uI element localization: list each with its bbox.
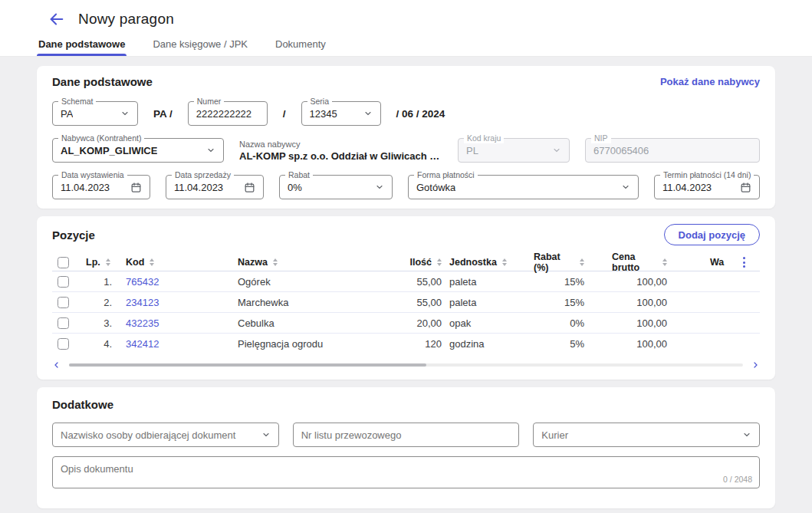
- column-header-nazwa[interactable]: Nazwa: [216, 257, 394, 268]
- character-counter: 0 / 2048: [723, 475, 752, 484]
- tab-bar: Dane podstawowe Dane księgowe / JPK Doku…: [0, 31, 812, 57]
- sort-icon: [437, 258, 442, 266]
- column-header-rabat[interactable]: Rabat (%): [534, 252, 612, 273]
- sort-icon: [273, 258, 278, 266]
- nip-input: NIP 6770065406: [585, 138, 760, 163]
- sort-icon: [150, 258, 154, 266]
- column-header-lp[interactable]: Lp.: [86, 257, 126, 268]
- column-header-kod[interactable]: Kod: [126, 257, 216, 268]
- cell-lp: 4.: [86, 338, 126, 350]
- cell-ilosc: 55,00: [394, 276, 449, 288]
- row-checkbox[interactable]: [58, 297, 69, 308]
- doc-number-prefix: PA /: [153, 108, 173, 120]
- chevron-down-icon: [359, 109, 373, 118]
- chevron-down-icon: [261, 430, 271, 439]
- column-header-cena-brutto[interactable]: Cena brutto: [612, 252, 710, 273]
- calendar-icon[interactable]: [126, 182, 142, 193]
- cell-cena: 100,00: [612, 338, 710, 350]
- recipient-select[interactable]: Nazwisko osoby odbierającej dokument: [52, 423, 279, 447]
- termin-platnosci-label: Termin płatności (14 dni): [660, 170, 754, 180]
- kod-kraju-select: Kod kraju PL: [458, 138, 570, 163]
- data-wystawienia-field[interactable]: Data wystawienia 11.04.2023: [52, 175, 150, 199]
- termin-platnosci-field[interactable]: Termin płatności (14 dni) 11.04.2023: [654, 175, 760, 199]
- nabywca-value: AL_KOMP_GLIWICE: [61, 145, 157, 156]
- row-checkbox[interactable]: [58, 338, 69, 350]
- cell-jednostka: paleta: [449, 276, 534, 288]
- data-sprzedazy-field[interactable]: Data sprzedaży 11.04.2023: [166, 175, 264, 199]
- nabywca-label: Nabywca (Kontrahent): [58, 133, 144, 143]
- column-header-jednostka[interactable]: Jednostka: [449, 257, 534, 268]
- cell-rabat: 15%: [534, 297, 612, 308]
- cell-nazwa: Cebulka: [216, 317, 394, 329]
- kod-link[interactable]: 234123: [126, 297, 159, 308]
- back-arrow-icon[interactable]: [48, 10, 66, 28]
- document-description-textarea[interactable]: [52, 456, 760, 488]
- numer-input[interactable]: Numer 2222222222: [188, 101, 268, 126]
- cell-cena: 100,00: [612, 297, 710, 308]
- chevron-down-icon: [742, 430, 751, 439]
- main-content: Dane podstawowe Pokaż dane nabywcy Schem…: [0, 57, 812, 513]
- kod-kraju-value: PL: [466, 145, 478, 156]
- chevron-down-icon: [202, 146, 215, 155]
- courier-select[interactable]: Kurier: [533, 423, 760, 447]
- cell-lp: 3.: [86, 317, 126, 329]
- row-checkbox[interactable]: [58, 317, 69, 329]
- cell-lp: 1.: [86, 276, 126, 288]
- nabywca-select[interactable]: Nabywca (Kontrahent) AL_KOMP_GLIWICE: [52, 138, 224, 163]
- kod-link[interactable]: 765432: [126, 276, 159, 288]
- add-position-button[interactable]: Dodaj pozycję: [664, 224, 760, 245]
- table-row: 1. 765432 Ogórek 55,00 paleta 15% 100,00: [52, 271, 760, 292]
- chevron-left-icon[interactable]: [52, 360, 61, 370]
- select-all-checkbox[interactable]: [58, 257, 69, 268]
- chevron-right-icon[interactable]: [751, 360, 760, 370]
- buyer-name-value: AL-KOMP sp.z o.o. Oddział w Gliwicach Hu…: [239, 150, 442, 162]
- cell-ilosc: 120: [394, 338, 449, 350]
- rabat-label: Rabat: [285, 170, 313, 180]
- chevron-down-icon: [547, 146, 561, 155]
- schemat-value: PA: [61, 108, 73, 120]
- cell-nazwa: Pielęgnacja ogrodu: [216, 338, 394, 350]
- forma-platnosci-select[interactable]: Forma płatności Gotówka: [408, 175, 639, 199]
- seria-label: Seria: [307, 97, 333, 107]
- schemat-select[interactable]: Schemat PA: [52, 101, 138, 126]
- forma-platnosci-label: Forma płatności: [414, 170, 478, 180]
- page-title: Nowy paragon: [78, 11, 174, 28]
- tab-dokumenty[interactable]: Dokumenty: [274, 31, 327, 56]
- forma-platnosci-value: Gotówka: [416, 182, 455, 193]
- cell-jednostka: paleta: [449, 297, 534, 308]
- waybill-number-input[interactable]: [293, 423, 520, 447]
- kod-link[interactable]: 342412: [126, 338, 159, 350]
- basic-data-card: Dane podstawowe Pokaż dane nabywcy Schem…: [37, 66, 775, 209]
- buyer-name-label: Nazwa nabywcy: [239, 140, 442, 149]
- show-buyer-data-link[interactable]: Pokaż dane nabywcy: [660, 76, 760, 87]
- sort-icon: [502, 258, 507, 266]
- numer-label: Numer: [194, 97, 225, 107]
- column-header-ilosc[interactable]: Ilość: [394, 257, 449, 268]
- top-bar: Nowy paragon Dane podstawowe Dane księgo…: [0, 0, 812, 57]
- tab-dane-podstawowe[interactable]: Dane podstawowe: [37, 31, 127, 56]
- rabat-value: 0%: [288, 182, 302, 193]
- calendar-icon[interactable]: [239, 182, 255, 193]
- rabat-select[interactable]: Rabat 0%: [279, 175, 393, 199]
- cell-jednostka: opak: [449, 317, 534, 329]
- column-header-waluta[interactable]: Wa: [710, 257, 741, 268]
- tab-dane-ksiegowe-jpk[interactable]: Dane księgowe / JPK: [151, 31, 249, 56]
- nip-label: NIP: [591, 133, 611, 143]
- data-wystawienia-value: 11.04.2023: [61, 182, 110, 193]
- scrollbar-thumb[interactable]: [69, 363, 426, 367]
- cell-cena: 100,00: [612, 317, 710, 329]
- calendar-icon[interactable]: [735, 182, 751, 193]
- kebab-menu-icon[interactable]: [741, 255, 748, 270]
- additional-section-title: Dodatkowe: [52, 398, 113, 411]
- scrollbar-track[interactable]: [69, 363, 743, 367]
- cell-cena: 100,00: [612, 276, 710, 288]
- cell-rabat: 5%: [534, 338, 612, 350]
- table-header-row: Lp. Kod Nazwa Ilość Jednostka Rabat (%) …: [52, 252, 760, 271]
- cell-jednostka: godzina: [449, 338, 534, 350]
- chevron-down-icon: [370, 183, 384, 192]
- numer-value: 2222222222: [196, 108, 251, 120]
- doc-number-separator: /: [283, 108, 286, 120]
- kod-link[interactable]: 432235: [126, 317, 159, 329]
- seria-select[interactable]: Seria 12345: [301, 101, 381, 126]
- row-checkbox[interactable]: [58, 276, 69, 288]
